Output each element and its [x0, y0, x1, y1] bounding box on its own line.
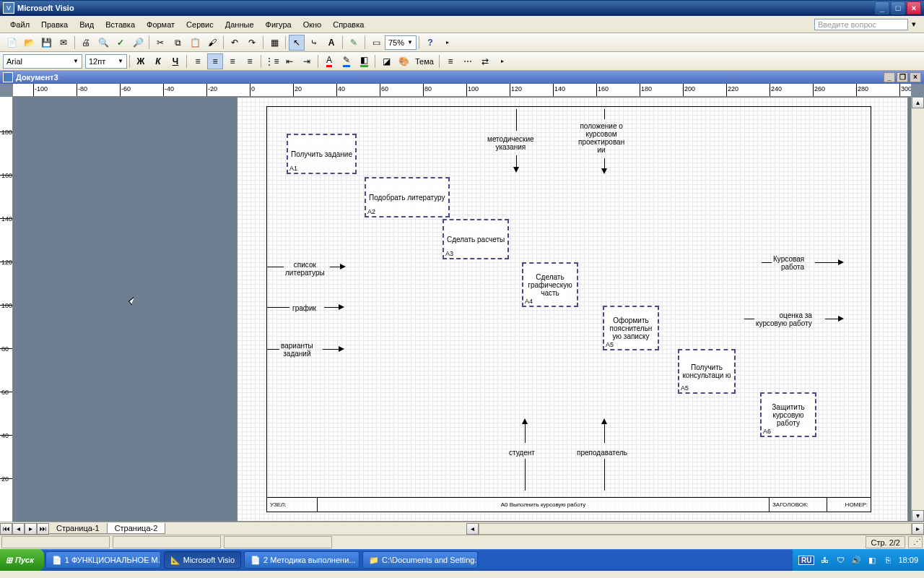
menu-data[interactable]: Данные	[219, 18, 260, 31]
align-right-button[interactable]: ≡	[225, 53, 240, 69]
tray-clock[interactable]: 18:09	[898, 556, 918, 564]
align-justify-button[interactable]: ≡	[242, 53, 258, 69]
menu-edit[interactable]: Правка	[35, 18, 74, 31]
workspace: -100-80-60-40-20020406080100120140160180…	[0, 84, 924, 535]
new-button[interactable]: 📄	[4, 35, 19, 51]
vertical-scrollbar[interactable]: ▴ ▾	[911, 97, 924, 522]
pointer-tool-button[interactable]: ↖	[289, 35, 305, 51]
print-button[interactable]: 🖨	[78, 35, 94, 51]
horizontal-scrollbar[interactable]	[479, 523, 912, 535]
idef-box-a3[interactable]: Сделать расчетыA3	[443, 219, 509, 259]
menu-window[interactable]: Окно	[297, 18, 328, 31]
line-pattern-button[interactable]: ⋯	[460, 53, 476, 69]
line-weight-button[interactable]: ≡	[443, 53, 458, 69]
zoom-combo[interactable]: 75%▼	[385, 35, 417, 50]
bullets-button[interactable]: ⋮≡	[264, 53, 280, 69]
spellcheck-button[interactable]: ✓	[113, 35, 128, 51]
connector-tool-button[interactable]: ⤷	[306, 35, 322, 51]
ask-dropdown-icon[interactable]: ▾	[908, 20, 920, 29]
bold-button[interactable]: Ж	[133, 53, 149, 69]
menu-format[interactable]: Формат	[141, 18, 180, 31]
page-tab-1[interactable]: Страница-1	[48, 523, 108, 534]
underline-button[interactable]: Ч	[167, 53, 183, 69]
taskbar-item-3[interactable]: 📄2 Методика выполнени...	[244, 551, 359, 569]
tray-volume-icon[interactable]: 🔊	[850, 554, 862, 566]
italic-button[interactable]: К	[150, 53, 166, 69]
menu-view[interactable]: Вид	[74, 18, 100, 31]
cut-button[interactable]: ✂	[152, 35, 168, 51]
taskbar-item-1[interactable]: 📄1 ФУНКЦИОНАЛЬНОЕ М...	[45, 551, 161, 569]
help-button[interactable]: ?	[422, 35, 438, 51]
font-combo[interactable]: Arial▼	[3, 54, 82, 69]
tab-nav-prev-button[interactable]: ◂	[12, 523, 25, 535]
format-painter-button[interactable]: 🖌	[204, 35, 220, 51]
undo-button[interactable]: ↶	[227, 35, 243, 51]
label-bottom-2: преподаватель	[577, 449, 627, 457]
align-center-button[interactable]: ≡	[207, 53, 223, 69]
fill-color-button[interactable]: ◧	[356, 53, 372, 69]
font-color-button[interactable]: A	[321, 53, 337, 69]
tray-shield-icon[interactable]: 🛡	[834, 554, 846, 566]
paste-button[interactable]: 📋	[187, 35, 203, 51]
taskbar-item-2[interactable]: 📐Microsoft Visio	[164, 551, 241, 569]
open-button[interactable]: 📂	[21, 35, 37, 51]
tab-nav-last-button[interactable]: ⏭	[37, 523, 49, 535]
redo-button[interactable]: ↷	[244, 35, 260, 51]
start-button[interactable]: ⊞Пуск	[0, 549, 44, 571]
research-button[interactable]: 🔎	[130, 35, 146, 51]
decrease-indent-button[interactable]: ⇤	[282, 53, 297, 69]
tab-nav-first-button[interactable]: ⏮	[0, 523, 12, 535]
language-indicator[interactable]: RU	[798, 556, 814, 565]
tray-usb-icon[interactable]: ⎘	[882, 554, 894, 566]
menu-help[interactable]: Справка	[327, 18, 370, 31]
theme-icon[interactable]: 🎨	[396, 53, 411, 69]
line-ends-button[interactable]: ⇄	[477, 53, 493, 69]
hscroll-left-button[interactable]: ◂	[466, 523, 479, 535]
copy-button[interactable]: ⧉	[170, 35, 186, 51]
page-tabs-bar: ⏮ ◂ ▸ ⏭ Страница-1 Страница-2 ◂ ▸	[0, 522, 924, 535]
canvas[interactable]: Получить заданиеA1 Подобрать литературуA…	[13, 97, 911, 522]
taskbar-item-4[interactable]: 📁C:\Documents and Setting...	[362, 551, 478, 569]
increase-indent-button[interactable]: ⇥	[299, 53, 315, 69]
maximize-button[interactable]: □	[891, 1, 905, 14]
idef-box-a1[interactable]: Получить заданиеA1	[287, 134, 357, 174]
tab-nav-next-button[interactable]: ▸	[25, 523, 37, 535]
save-button[interactable]: 💾	[38, 35, 54, 51]
font-size-combo[interactable]: 12пт▼	[85, 54, 127, 69]
shadow-button[interactable]: ◪	[378, 53, 394, 69]
line-color-button[interactable]: ✎	[339, 53, 354, 69]
idef-box-a6[interactable]: Защитить курсовую работуA6	[760, 392, 816, 437]
label-right-2: оценка за курсовую работу	[756, 311, 812, 327]
menu-shape[interactable]: Фигура	[260, 18, 297, 31]
hscroll-right-button[interactable]: ▸	[912, 523, 924, 535]
label-right-1: Курсовая работа	[773, 255, 804, 271]
doc-minimize-button[interactable]: _	[884, 72, 895, 82]
tray-network-icon[interactable]: 🖧	[819, 554, 830, 566]
idef-box-a5b[interactable]: Получить консультаци юA5	[678, 349, 736, 394]
zoom-fit-button[interactable]: ▭	[368, 35, 384, 51]
mail-button[interactable]: ✉	[56, 35, 71, 51]
idef-box-a5[interactable]: Оформить пояснительн ую запискуA5	[603, 306, 659, 350]
print-preview-button[interactable]: 🔍	[95, 35, 111, 51]
idef-box-a4[interactable]: Сделать графическую частьA4	[522, 262, 578, 307]
toolbar-options-icon[interactable]: ▸	[494, 53, 510, 69]
text-tool-button[interactable]: A	[323, 35, 339, 51]
scroll-up-button[interactable]: ▴	[912, 97, 924, 108]
align-left-button[interactable]: ≡	[190, 53, 206, 69]
minimize-button[interactable]: _	[875, 1, 889, 14]
ink-button[interactable]: ✎	[346, 35, 362, 51]
drawing-page[interactable]: Получить заданиеA1 Подобрать литературуA…	[237, 97, 908, 522]
page-tab-2[interactable]: Страница-2	[107, 523, 166, 534]
shapes-pane-button[interactable]: ▦	[266, 35, 282, 51]
doc-close-button[interactable]: ×	[910, 72, 921, 82]
menu-file[interactable]: Файл	[4, 18, 35, 31]
menu-tools[interactable]: Сервис	[180, 18, 219, 31]
toolbar-options-icon[interactable]: ▸	[440, 35, 456, 51]
tray-app-icon[interactable]: ◧	[866, 554, 878, 566]
doc-restore-button[interactable]: ❐	[897, 72, 908, 82]
idef-box-a2[interactable]: Подобрать литературуA2	[365, 177, 450, 217]
close-button[interactable]: ×	[907, 1, 921, 14]
menu-insert[interactable]: Вставка	[100, 18, 141, 31]
ask-question-box[interactable]: Введите вопрос	[814, 19, 908, 30]
scroll-down-button[interactable]: ▾	[912, 510, 924, 522]
